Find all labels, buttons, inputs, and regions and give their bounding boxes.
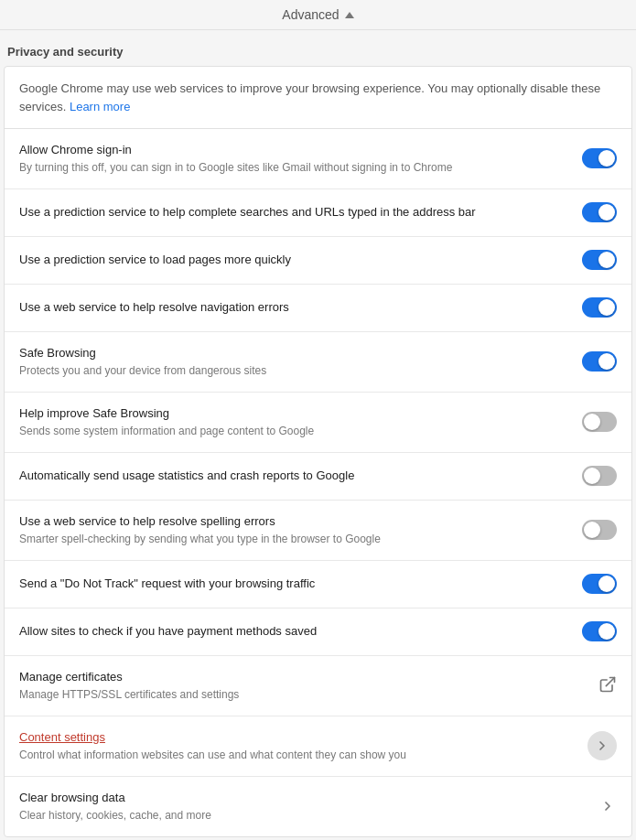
setting-text-web-service-spelling: Use a web service to help resolve spelli… xyxy=(19,513,582,547)
setting-text-prediction-service-load: Use a prediction service to load pages m… xyxy=(19,252,582,268)
toggle-thumb-help-improve-safe-browsing xyxy=(584,414,600,430)
setting-title-web-service-spelling: Use a web service to help resolve spelli… xyxy=(19,513,567,530)
setting-title-send-usage-statistics: Automatically send usage statistics and … xyxy=(19,468,567,484)
setting-row-clear-browsing-data: Clear browsing dataClear history, cookie… xyxy=(5,777,631,836)
setting-title-prediction-service-search: Use a prediction service to help complet… xyxy=(19,204,567,221)
setting-row-manage-certificates: Manage certificatesManage HTTPS/SSL cert… xyxy=(5,656,631,716)
setting-row-help-improve-safe-browsing: Help improve Safe BrowsingSends some sys… xyxy=(5,393,631,453)
toggle-thumb-send-usage-statistics xyxy=(584,468,600,484)
setting-text-payment-methods: Allow sites to check if you have payment… xyxy=(19,623,582,640)
setting-row-prediction-service-load: Use a prediction service to load pages m… xyxy=(5,237,631,285)
setting-text-send-usage-statistics: Automatically send usage statistics and … xyxy=(19,468,582,484)
setting-title-prediction-service-load: Use a prediction service to load pages m… xyxy=(19,252,567,268)
toggle-thumb-safe-browsing xyxy=(598,353,615,370)
setting-desc-clear-browsing-data: Clear history, cookies, cache, and more xyxy=(19,808,584,824)
toggle-safe-browsing[interactable] xyxy=(582,351,617,372)
setting-text-do-not-track: Send a "Do Not Track" request with your … xyxy=(19,576,582,592)
section-title: Privacy and security xyxy=(0,30,636,66)
toggle-track-web-service-spelling xyxy=(582,520,617,540)
setting-row-safe-browsing: Safe BrowsingProtects you and your devic… xyxy=(5,332,631,393)
setting-row-web-service-navigation-errors: Use a web service to help resolve naviga… xyxy=(5,285,631,332)
toggle-payment-methods[interactable] xyxy=(582,621,617,641)
setting-title-clear-browsing-data: Clear browsing data xyxy=(19,790,584,806)
external-link-icon-manage-certificates[interactable] xyxy=(598,675,617,696)
setting-desc-web-service-spelling: Smarter spell-checking by sending what y… xyxy=(19,532,567,547)
toggle-allow-chrome-signin[interactable] xyxy=(582,148,617,168)
setting-desc-allow-chrome-signin: By turning this off, you can sign in to … xyxy=(19,160,567,176)
toggle-track-help-improve-safe-browsing xyxy=(582,412,617,432)
top-bar: Advanced xyxy=(0,0,636,30)
toggle-thumb-web-service-navigation-errors xyxy=(598,299,615,316)
svg-line-0 xyxy=(606,677,614,685)
toggle-thumb-prediction-service-search xyxy=(598,204,615,221)
learn-more-link[interactable]: Learn more xyxy=(70,100,130,113)
setting-row-send-usage-statistics: Automatically send usage statistics and … xyxy=(5,453,631,501)
setting-text-allow-chrome-signin: Allow Chrome sign-inBy turning this off,… xyxy=(19,142,582,176)
setting-text-help-improve-safe-browsing: Help improve Safe BrowsingSends some sys… xyxy=(19,405,582,439)
advanced-arrow-icon xyxy=(345,12,354,18)
toggle-help-improve-safe-browsing[interactable] xyxy=(582,412,617,432)
setting-row-allow-chrome-signin: Allow Chrome sign-inBy turning this off,… xyxy=(5,129,631,189)
info-banner: Google Chrome may use web services to im… xyxy=(5,67,631,129)
toggle-thumb-web-service-spelling xyxy=(584,522,600,538)
toggle-track-prediction-service-search xyxy=(582,202,617,222)
setting-title-allow-chrome-signin: Allow Chrome sign-in xyxy=(19,142,567,158)
toggle-track-send-usage-statistics xyxy=(582,466,617,486)
setting-row-prediction-service-search: Use a prediction service to help complet… xyxy=(5,189,631,237)
toggle-track-payment-methods xyxy=(582,621,617,641)
setting-desc-content-settings: Control what information websites can us… xyxy=(19,748,573,763)
setting-row-do-not-track: Send a "Do Not Track" request with your … xyxy=(5,561,631,608)
setting-title-do-not-track: Send a "Do Not Track" request with your … xyxy=(19,576,567,592)
toggle-prediction-service-load[interactable] xyxy=(582,250,617,270)
toggle-track-do-not-track xyxy=(582,574,617,594)
setting-desc-safe-browsing: Protects you and your device from danger… xyxy=(19,363,567,379)
setting-title-safe-browsing: Safe Browsing xyxy=(19,345,567,361)
setting-row-web-service-spelling: Use a web service to help resolve spelli… xyxy=(5,501,631,561)
setting-text-manage-certificates: Manage certificatesManage HTTPS/SSL cert… xyxy=(19,669,598,703)
toggle-track-prediction-service-load xyxy=(582,250,617,270)
setting-text-content-settings: Content settingsControl what information… xyxy=(19,729,587,763)
setting-text-web-service-navigation-errors: Use a web service to help resolve naviga… xyxy=(19,299,582,316)
toggle-send-usage-statistics[interactable] xyxy=(582,466,617,486)
setting-desc-manage-certificates: Manage HTTPS/SSL certificates and settin… xyxy=(19,687,584,703)
setting-text-clear-browsing-data: Clear browsing dataClear history, cookie… xyxy=(19,790,598,824)
privacy-security-card: Google Chrome may use web services to im… xyxy=(4,66,632,837)
toggle-web-service-navigation-errors[interactable] xyxy=(582,297,617,318)
toggle-track-allow-chrome-signin xyxy=(582,148,617,168)
toggle-thumb-do-not-track xyxy=(598,576,615,592)
setting-title-help-improve-safe-browsing: Help improve Safe Browsing xyxy=(19,405,567,422)
setting-title-manage-certificates: Manage certificates xyxy=(19,669,584,685)
chevron-icon-clear-browsing-data[interactable] xyxy=(598,797,617,815)
setting-title-web-service-navigation-errors: Use a web service to help resolve naviga… xyxy=(19,299,567,316)
toggle-thumb-allow-chrome-signin xyxy=(598,150,615,167)
toggle-track-web-service-navigation-errors xyxy=(582,297,617,318)
setting-text-safe-browsing: Safe BrowsingProtects you and your devic… xyxy=(19,345,582,379)
toggle-track-safe-browsing xyxy=(582,351,617,372)
circle-chevron-icon-content-settings[interactable] xyxy=(587,731,617,760)
toggle-thumb-payment-methods xyxy=(598,623,615,640)
toggle-prediction-service-search[interactable] xyxy=(582,202,617,222)
setting-title-payment-methods: Allow sites to check if you have payment… xyxy=(19,623,567,640)
toggle-web-service-spelling[interactable] xyxy=(582,520,617,540)
setting-row-content-settings: Content settingsControl what information… xyxy=(5,716,631,777)
setting-desc-help-improve-safe-browsing: Sends some system information and page c… xyxy=(19,424,567,439)
setting-text-prediction-service-search: Use a prediction service to help complet… xyxy=(19,204,582,221)
setting-row-payment-methods: Allow sites to check if you have payment… xyxy=(5,608,631,656)
advanced-label[interactable]: Advanced xyxy=(282,7,339,22)
toggle-do-not-track[interactable] xyxy=(582,574,617,594)
toggle-thumb-prediction-service-load xyxy=(598,252,615,268)
setting-title-content-settings[interactable]: Content settings xyxy=(19,729,573,746)
